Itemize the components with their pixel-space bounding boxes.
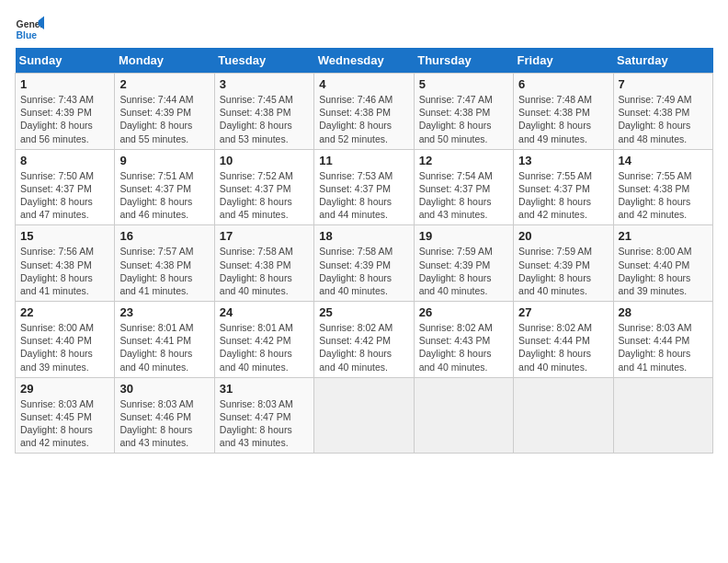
day-info: Sunrise: 8:00 AM Sunset: 4:40 PM Dayligh…: [619, 245, 708, 297]
day-info: Sunrise: 7:55 AM Sunset: 4:38 PM Dayligh…: [619, 169, 708, 222]
day-number: 13: [518, 154, 608, 167]
calendar-cell: 16Sunrise: 7:57 AM Sunset: 4:38 PM Dayli…: [115, 225, 214, 302]
day-number: 6: [518, 77, 608, 91]
day-number: 17: [220, 229, 309, 243]
day-number: 30: [119, 382, 209, 396]
day-number: 20: [518, 229, 608, 243]
day-number: 15: [20, 229, 109, 243]
day-number: 19: [419, 229, 508, 243]
calendar-cell: 17Sunrise: 7:58 AM Sunset: 4:38 PM Dayli…: [214, 225, 313, 302]
logo: General Blue: [15, 15, 44, 44]
day-info: Sunrise: 7:55 AM Sunset: 4:37 PM Dayligh…: [518, 169, 608, 222]
calendar-cell: 7Sunrise: 7:49 AM Sunset: 4:38 PM Daylig…: [613, 74, 712, 150]
day-info: Sunrise: 7:54 AM Sunset: 4:37 PM Dayligh…: [419, 169, 508, 222]
day-number: 4: [319, 77, 408, 91]
logo-icon: General Blue: [15, 15, 44, 44]
calendar-cell: 10Sunrise: 7:52 AM Sunset: 4:37 PM Dayli…: [214, 149, 313, 225]
day-number: 14: [619, 154, 708, 167]
day-header-monday: Monday: [115, 48, 214, 74]
day-number: 28: [619, 305, 708, 319]
day-number: 26: [419, 305, 508, 319]
calendar-cell: 12Sunrise: 7:54 AM Sunset: 4:37 PM Dayli…: [414, 149, 513, 225]
day-header-friday: Friday: [514, 48, 613, 74]
calendar-cell: 6Sunrise: 7:48 AM Sunset: 4:38 PM Daylig…: [514, 74, 613, 150]
week-row-2: 15Sunrise: 7:56 AM Sunset: 4:38 PM Dayli…: [16, 225, 713, 302]
calendar-cell: 9Sunrise: 7:51 AM Sunset: 4:37 PM Daylig…: [115, 149, 214, 225]
calendar-cell: 20Sunrise: 7:59 AM Sunset: 4:39 PM Dayli…: [514, 225, 613, 302]
days-header-row: SundayMondayTuesdayWednesdayThursdayFrid…: [16, 48, 713, 74]
day-number: 24: [220, 305, 309, 319]
day-number: 8: [20, 154, 109, 167]
day-header-saturday: Saturday: [613, 48, 712, 74]
day-number: 12: [419, 154, 508, 167]
day-info: Sunrise: 7:56 AM Sunset: 4:38 PM Dayligh…: [20, 245, 109, 297]
day-info: Sunrise: 8:03 AM Sunset: 4:47 PM Dayligh…: [220, 397, 309, 450]
calendar-cell: 24Sunrise: 8:01 AM Sunset: 4:42 PM Dayli…: [214, 302, 313, 378]
calendar-cell: 27Sunrise: 8:02 AM Sunset: 4:44 PM Dayli…: [514, 302, 613, 378]
day-info: Sunrise: 7:58 AM Sunset: 4:38 PM Dayligh…: [220, 245, 309, 297]
calendar-cell: 28Sunrise: 8:03 AM Sunset: 4:44 PM Dayli…: [613, 302, 712, 378]
day-info: Sunrise: 7:48 AM Sunset: 4:38 PM Dayligh…: [518, 93, 608, 145]
day-info: Sunrise: 7:59 AM Sunset: 4:39 PM Dayligh…: [419, 245, 508, 297]
calendar-cell: 25Sunrise: 8:02 AM Sunset: 4:42 PM Dayli…: [314, 302, 414, 378]
day-header-tuesday: Tuesday: [214, 48, 313, 74]
day-number: 22: [20, 305, 109, 319]
day-number: 21: [619, 229, 708, 243]
calendar-cell: 14Sunrise: 7:55 AM Sunset: 4:38 PM Dayli…: [613, 149, 712, 225]
week-row-0: 1Sunrise: 7:43 AM Sunset: 4:39 PM Daylig…: [16, 74, 713, 150]
day-number: 23: [119, 305, 209, 319]
day-info: Sunrise: 7:58 AM Sunset: 4:39 PM Dayligh…: [319, 245, 408, 297]
calendar-cell: [314, 377, 414, 454]
day-info: Sunrise: 7:50 AM Sunset: 4:37 PM Dayligh…: [20, 169, 109, 222]
day-info: Sunrise: 7:46 AM Sunset: 4:38 PM Dayligh…: [319, 93, 408, 145]
day-header-sunday: Sunday: [16, 48, 115, 74]
day-number: 27: [518, 305, 608, 319]
calendar-cell: 21Sunrise: 8:00 AM Sunset: 4:40 PM Dayli…: [613, 225, 712, 302]
day-number: 3: [220, 77, 309, 91]
week-row-1: 8Sunrise: 7:50 AM Sunset: 4:37 PM Daylig…: [16, 149, 713, 225]
day-header-wednesday: Wednesday: [314, 48, 414, 74]
day-info: Sunrise: 7:44 AM Sunset: 4:39 PM Dayligh…: [119, 93, 209, 145]
calendar-cell: 13Sunrise: 7:55 AM Sunset: 4:37 PM Dayli…: [514, 149, 613, 225]
calendar-cell: 18Sunrise: 7:58 AM Sunset: 4:39 PM Dayli…: [314, 225, 414, 302]
day-info: Sunrise: 8:02 AM Sunset: 4:42 PM Dayligh…: [319, 321, 408, 373]
calendar-cell: [414, 377, 513, 454]
day-number: 10: [220, 154, 309, 167]
day-info: Sunrise: 7:59 AM Sunset: 4:39 PM Dayligh…: [518, 245, 608, 297]
calendar-cell: 11Sunrise: 7:53 AM Sunset: 4:37 PM Dayli…: [314, 149, 414, 225]
day-number: 18: [319, 229, 408, 243]
day-info: Sunrise: 8:03 AM Sunset: 4:46 PM Dayligh…: [119, 397, 209, 450]
day-info: Sunrise: 7:53 AM Sunset: 4:37 PM Dayligh…: [319, 169, 408, 222]
calendar-cell: 4Sunrise: 7:46 AM Sunset: 4:38 PM Daylig…: [314, 74, 414, 150]
calendar-table: SundayMondayTuesdayWednesdayThursdayFrid…: [15, 48, 713, 454]
day-number: 25: [319, 305, 408, 319]
day-info: Sunrise: 7:45 AM Sunset: 4:38 PM Dayligh…: [220, 93, 309, 145]
day-info: Sunrise: 8:03 AM Sunset: 4:44 PM Dayligh…: [619, 321, 708, 373]
day-header-thursday: Thursday: [414, 48, 513, 74]
day-number: 5: [419, 77, 508, 91]
calendar-cell: 19Sunrise: 7:59 AM Sunset: 4:39 PM Dayli…: [414, 225, 513, 302]
day-number: 7: [619, 77, 708, 91]
day-number: 31: [220, 382, 309, 396]
day-number: 9: [119, 154, 209, 167]
day-info: Sunrise: 7:43 AM Sunset: 4:39 PM Dayligh…: [20, 93, 109, 145]
day-info: Sunrise: 7:57 AM Sunset: 4:38 PM Dayligh…: [119, 245, 209, 297]
calendar-cell: 31Sunrise: 8:03 AM Sunset: 4:47 PM Dayli…: [214, 377, 313, 454]
day-info: Sunrise: 8:00 AM Sunset: 4:40 PM Dayligh…: [20, 321, 109, 373]
calendar-cell: 23Sunrise: 8:01 AM Sunset: 4:41 PM Dayli…: [115, 302, 214, 378]
day-info: Sunrise: 8:03 AM Sunset: 4:45 PM Dayligh…: [20, 397, 109, 450]
day-number: 11: [319, 154, 408, 167]
calendar-cell: [613, 377, 712, 454]
day-info: Sunrise: 7:49 AM Sunset: 4:38 PM Dayligh…: [619, 93, 708, 145]
calendar-cell: 29Sunrise: 8:03 AM Sunset: 4:45 PM Dayli…: [16, 377, 115, 454]
calendar-cell: 26Sunrise: 8:02 AM Sunset: 4:43 PM Dayli…: [414, 302, 513, 378]
day-number: 16: [119, 229, 209, 243]
day-info: Sunrise: 7:51 AM Sunset: 4:37 PM Dayligh…: [119, 169, 209, 222]
calendar-body: 1Sunrise: 7:43 AM Sunset: 4:39 PM Daylig…: [16, 74, 713, 454]
week-row-4: 29Sunrise: 8:03 AM Sunset: 4:45 PM Dayli…: [16, 377, 713, 454]
calendar-cell: 8Sunrise: 7:50 AM Sunset: 4:37 PM Daylig…: [16, 149, 115, 225]
calendar-cell: 15Sunrise: 7:56 AM Sunset: 4:38 PM Dayli…: [16, 225, 115, 302]
calendar-cell: 5Sunrise: 7:47 AM Sunset: 4:38 PM Daylig…: [414, 74, 513, 150]
svg-text:Blue: Blue: [17, 30, 38, 40]
calendar-cell: 22Sunrise: 8:00 AM Sunset: 4:40 PM Dayli…: [16, 302, 115, 378]
